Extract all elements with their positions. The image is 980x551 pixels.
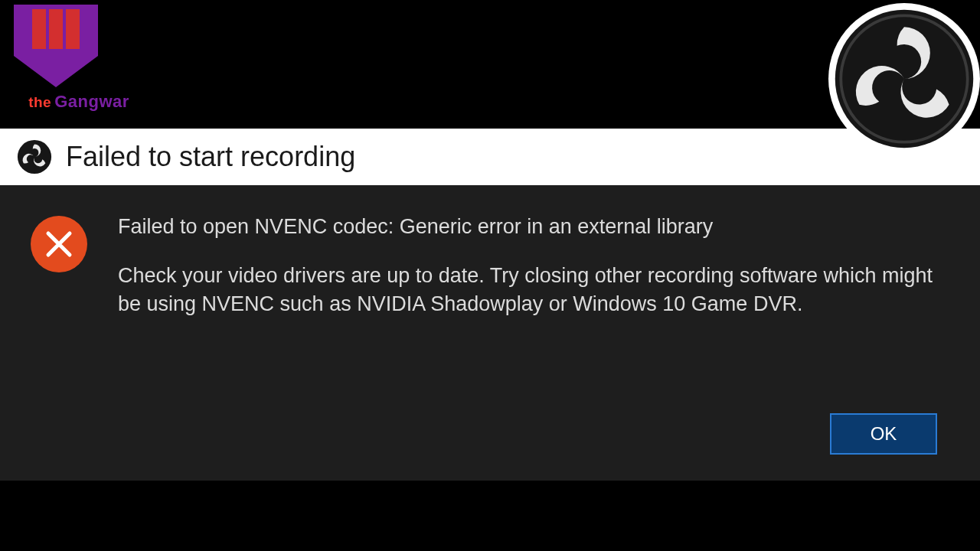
channel-name-part-b: Gangwar xyxy=(54,92,129,111)
ok-button[interactable]: OK xyxy=(830,413,937,455)
obs-logo-large xyxy=(828,3,980,155)
dialog-message: Failed to open NVENC codec: Generic erro… xyxy=(118,213,946,386)
error-help-text: Check your video drivers are up to date.… xyxy=(118,262,946,318)
channel-name-part-a: the xyxy=(28,94,51,110)
error-headline: Failed to open NVENC codec: Generic erro… xyxy=(118,213,946,240)
obs-icon xyxy=(832,7,976,151)
page-bottom-banner xyxy=(0,481,980,551)
dialog-button-row: OK xyxy=(0,407,980,481)
obs-icon xyxy=(17,139,52,174)
dialog-title: Failed to start recording xyxy=(66,141,355,173)
error-x-icon xyxy=(31,216,87,272)
channel-name: theGangwar xyxy=(14,92,144,112)
dialog-title-icon xyxy=(17,139,52,174)
channel-logo: theGangwar xyxy=(14,5,144,119)
dialog-body: Failed to open NVENC codec: Generic erro… xyxy=(0,185,980,407)
